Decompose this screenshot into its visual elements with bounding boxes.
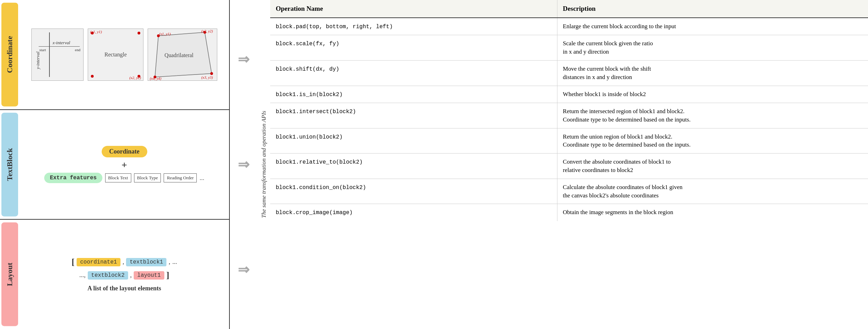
layout-line1: [ coordinate1 , textblock1 , ... [72, 257, 177, 267]
rectangle-label: Rectangle [104, 52, 127, 58]
textblock-section: TextBlock Coordinate + Extra features Bl… [0, 110, 229, 220]
coordinate-section: Coordinate x-interval y-interval start e… [0, 0, 229, 110]
operation-name: block1.relative_to(block2) [276, 159, 363, 165]
svg-text:(x3, y3): (x3, y3) [201, 75, 213, 80]
description-cell: Enlarge the current block according to t… [557, 18, 868, 35]
x-interval-label: x-interval [53, 40, 70, 46]
rectangle-diagram: Rectangle (x1, y1) (x2, y2) [88, 29, 143, 81]
table-row: block.crop_image(image)Obtain the image … [270, 204, 868, 221]
left-panel: Coordinate x-interval y-interval start e… [0, 0, 230, 329]
features-ellipsis: ... [200, 174, 204, 182]
x-axis [39, 46, 80, 47]
layout-label: Layout [1, 222, 18, 326]
table-header-row: Operation Name Description [270, 0, 868, 18]
description-cell: Scale the current block given the ratio … [557, 35, 868, 61]
textblock2-tag: textblock2 [88, 271, 128, 280]
block-text-box: Block Text [105, 173, 131, 182]
operation-name: block1.is_in(block2) [276, 92, 343, 98]
close-bracket: ] [166, 270, 170, 281]
svg-text:Quadrilateral: Quadrilateral [165, 52, 194, 58]
coordinate-content: x-interval y-interval start end Rectangl… [19, 0, 229, 109]
operation-cell: block1.is_in(block2) [270, 86, 557, 103]
table-row: block.pad(top, bottom, right, left)Enlar… [270, 18, 868, 35]
description-cell: Calculate the absolute coordinates of bl… [557, 179, 868, 204]
table-row: block.scale(fx, fy)Scale the current blo… [270, 35, 868, 61]
coord1-tag: coordinate1 [77, 258, 120, 266]
textblock-inner: Coordinate + Extra features Block Text B… [22, 146, 226, 183]
operation-name: block1.condition_on(block2) [276, 185, 366, 191]
description-cell: Obtain the image segments in the block r… [557, 204, 868, 221]
coord-diagrams: x-interval y-interval start end Rectangl… [22, 29, 226, 81]
textblock-label: TextBlock [1, 113, 18, 217]
description-cell: Whether block1 is inside of block2 [557, 86, 868, 103]
arrow-3: ⇒ [238, 261, 250, 278]
end-label: end [75, 48, 80, 52]
table-row: block1.relative_to(block2)Convert the ab… [270, 154, 868, 179]
y-axis [49, 32, 50, 77]
operation-cell: block1.relative_to(block2) [270, 154, 557, 179]
table-row: block1.condition_on(block2)Calculate the… [270, 179, 868, 204]
description-cell: Return the union region of block1 and bl… [557, 128, 868, 154]
right-panel: The same transformation and operation AP… [258, 0, 868, 329]
coord-pill: Coordinate [102, 146, 147, 157]
start-label: start [39, 48, 46, 52]
operation-cell: block1.intersect(block2) [270, 103, 557, 128]
header-operation: Operation Name [270, 0, 557, 18]
ellipsis1: ... [172, 258, 177, 266]
rect-corner-tl: (x1, y1) [90, 30, 102, 34]
layout-section: Layout [ coordinate1 , textblock1 , ... … [0, 220, 229, 329]
arrow-2: ⇒ [238, 156, 250, 173]
layout-line2: ..., textblock2 , layout1 ] [79, 270, 169, 281]
api-table: Operation Name Description block.pad(top… [270, 0, 868, 221]
operation-name: block.crop_image(image) [276, 210, 353, 216]
operation-name: block1.intersect(block2) [276, 109, 356, 115]
operation-name: block.shift(dx, dy) [276, 66, 339, 72]
comma3: , [130, 272, 132, 279]
layout-inner: [ coordinate1 , textblock1 , ... ..., te… [72, 257, 177, 292]
operation-cell: block.crop_image(image) [270, 204, 557, 221]
operation-cell: block1.condition_on(block2) [270, 179, 557, 204]
description-cell: Return the intersected region of block1 … [557, 103, 868, 128]
rect-corner-br: (x2, y2) [129, 76, 141, 80]
operation-cell: block.pad(top, bottom, right, left) [270, 18, 557, 35]
operation-name: block1.union(block2) [276, 134, 343, 140]
comma2: , [169, 258, 170, 266]
operation-name: block.pad(top, bottom, right, left) [276, 24, 393, 30]
svg-text:(x1, y1): (x1, y1) [159, 32, 171, 36]
corner-bl [91, 75, 94, 78]
coordinate-label: Coordinate [1, 3, 18, 107]
layout-content: [ coordinate1 , textblock1 , ... ..., te… [19, 220, 229, 329]
layout-subtitle: A list of the layout elements [87, 285, 161, 292]
table-wrapper: The same transformation and operation AP… [258, 0, 868, 329]
plus-sign: + [122, 159, 127, 171]
layout1-tag: layout1 [134, 271, 164, 280]
operation-cell: block1.union(block2) [270, 128, 557, 154]
operation-cell: block.shift(dx, dy) [270, 60, 557, 86]
quadrilateral-diagram: (x1, y1) (x2, y2) (x3, y3) (x4, y4) Quad… [148, 29, 217, 81]
textblock-content: Coordinate + Extra features Block Text B… [19, 110, 229, 219]
axes-diagram: x-interval y-interval start end [31, 29, 84, 81]
table-rotated-label: The same transformation and operation AP… [260, 111, 267, 218]
extra-features-row: Extra features Block Text Block Type Rea… [44, 173, 204, 183]
corner-tr [138, 32, 140, 34]
middle-arrows: ⇒ ⇒ ⇒ [230, 0, 258, 329]
open-bracket: [ [72, 257, 75, 267]
description-cell: Move the current block with the shift di… [557, 60, 868, 86]
operation-name: block.scale(fx, fy) [276, 41, 339, 47]
reading-order-box: Reading Order [164, 173, 197, 182]
y-interval-label: y-interval [35, 52, 41, 69]
svg-point-3 [210, 72, 213, 75]
quad-svg: (x1, y1) (x2, y2) (x3, y3) (x4, y4) Quad… [148, 29, 217, 80]
header-description: Description [557, 0, 868, 18]
svg-text:(x2, y2): (x2, y2) [201, 29, 213, 33]
block-type-box: Block Type [134, 173, 161, 182]
extra-pill: Extra features [44, 173, 102, 183]
arrow-1: ⇒ [238, 51, 250, 68]
operation-cell: block.scale(fx, fy) [270, 35, 557, 61]
comma1: , [123, 258, 124, 266]
table-row: block.shift(dx, dy)Move the current bloc… [270, 60, 868, 86]
textblock1-tag: textblock1 [126, 258, 166, 266]
rotated-label-col: The same transformation and operation AP… [258, 0, 270, 329]
table-content: Operation Name Description block.pad(top… [270, 0, 868, 329]
table-row: block1.is_in(block2)Whether block1 is in… [270, 86, 868, 103]
